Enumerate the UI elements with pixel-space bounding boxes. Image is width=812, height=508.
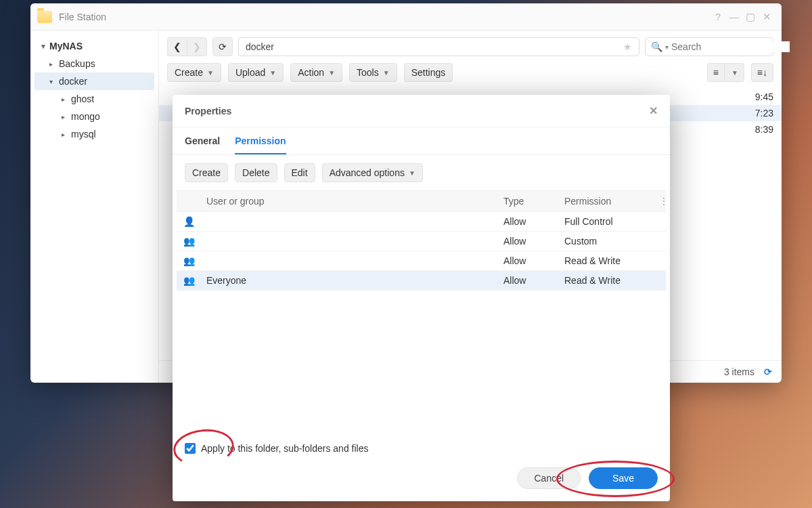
refresh-icon[interactable]: ⟳	[764, 366, 772, 377]
search-input[interactable]	[671, 41, 790, 52]
view-list-button[interactable]: ≡	[707, 63, 724, 82]
user-icon: 👤	[177, 212, 200, 231]
chevron-down-icon: ▼	[328, 69, 335, 77]
permission-row[interactable]: 👥 Allow Read & Write	[177, 251, 666, 271]
app-title: File Station	[59, 12, 106, 22]
tab-permission[interactable]: Permission	[235, 135, 286, 154]
permission-row[interactable]: 👥 Everyone Allow Read & Write	[177, 271, 666, 291]
chevron-down-icon: ▼	[383, 69, 390, 77]
settings-button[interactable]: Settings	[404, 63, 453, 82]
dialog-toolbar: Create Delete Edit Advanced options▼	[173, 155, 670, 190]
chevron-down-icon: ▼	[409, 169, 415, 177]
caret-right-icon: ▸	[49, 60, 56, 68]
sidebar-item-label: mysql	[71, 129, 96, 140]
action-toolbar: Create▼ Upload▼ Action▼ Tools▼ Settings …	[159, 63, 782, 89]
user-cell	[200, 232, 497, 251]
user-cell	[200, 251, 497, 270]
permission-table: User or group Type Permission ⋮ 👤 Allow …	[177, 190, 666, 291]
group-icon: 👥	[177, 251, 200, 270]
sidebar-item-docker[interactable]: ▾ docker	[35, 72, 154, 90]
col-permission[interactable]: Permission	[558, 191, 652, 211]
path-field[interactable]: docker ★	[238, 37, 639, 56]
sidebar: ▼ MyNAS ▸ Backups ▾ docker ▸ ghost ▸ mon…	[30, 30, 159, 383]
save-button[interactable]: Save	[589, 467, 658, 489]
type-cell: Allow	[497, 212, 558, 231]
tree-root[interactable]: ▼ MyNAS	[35, 37, 154, 55]
topbar: ❮ ❯ ⟳ docker ★ 🔍▾	[159, 30, 782, 63]
perm-cell: Custom	[558, 232, 652, 251]
sidebar-item-mongo[interactable]: ▸ mongo	[35, 108, 154, 125]
permission-row[interactable]: 👥 Allow Custom	[177, 232, 666, 251]
sidebar-item-mysql[interactable]: ▸ mysql	[35, 125, 154, 143]
nav-back-button[interactable]: ❮	[167, 37, 187, 56]
folder-icon	[37, 11, 52, 23]
column-options-icon[interactable]: ⋮	[652, 191, 666, 211]
close-window-icon[interactable]: ✕	[759, 11, 775, 23]
perm-cell: Read & Write	[558, 271, 652, 290]
search-box[interactable]: 🔍▾	[645, 37, 773, 56]
user-cell: Everyone	[200, 271, 497, 290]
perm-cell: Full Control	[558, 212, 652, 231]
caret-down-icon: ▼	[40, 43, 47, 50]
type-cell: Allow	[497, 251, 558, 270]
perm-cell: Read & Write	[558, 251, 652, 270]
star-icon[interactable]: ★	[623, 41, 632, 52]
perm-delete-button[interactable]: Delete	[235, 163, 277, 182]
action-button[interactable]: Action▼	[290, 63, 342, 82]
time-cell: 9:45	[755, 91, 773, 102]
group-icon: 👥	[177, 271, 200, 290]
col-user[interactable]: User or group	[200, 191, 497, 211]
apply-recursive-row[interactable]: Apply to this folder, sub-folders and fi…	[185, 443, 658, 454]
time-cell: 7:23	[755, 108, 773, 119]
table-header: User or group Type Permission ⋮	[177, 190, 666, 212]
dialog-title: Properties	[185, 106, 231, 117]
caret-right-icon: ▸	[62, 131, 68, 138]
permission-row[interactable]: 👤 Allow Full Control	[177, 212, 666, 232]
upload-button[interactable]: Upload▼	[228, 63, 284, 82]
apply-recursive-label: Apply to this folder, sub-folders and fi…	[201, 443, 368, 454]
item-count: 3 items	[724, 366, 754, 377]
chevron-down-icon: ▼	[207, 69, 214, 77]
sidebar-item-label: mongo	[71, 111, 100, 122]
cancel-button[interactable]: Cancel	[517, 467, 581, 489]
path-text: docker	[246, 41, 274, 52]
group-icon: 👥	[177, 232, 200, 251]
caret-right-icon: ▸	[62, 113, 68, 121]
nav-forward-button[interactable]: ❯	[187, 37, 207, 56]
tree-root-label: MyNAS	[49, 41, 83, 51]
sidebar-item-ghost[interactable]: ▸ ghost	[35, 90, 154, 108]
properties-dialog: Properties ✕ General Permission Create D…	[173, 95, 670, 501]
user-cell	[200, 212, 497, 231]
apply-recursive-checkbox[interactable]	[185, 443, 196, 454]
time-cell: 8:39	[755, 124, 773, 135]
sidebar-item-label: Backups	[59, 58, 95, 69]
dialog-header: Properties ✕	[173, 95, 670, 127]
sidebar-item-backups[interactable]: ▸ Backups	[35, 55, 154, 72]
sidebar-item-label: ghost	[71, 93, 94, 104]
sidebar-item-label: docker	[59, 76, 87, 87]
sort-button[interactable]: ≡↓	[751, 63, 773, 82]
perm-create-button[interactable]: Create	[185, 163, 228, 182]
create-button[interactable]: Create▼	[167, 63, 221, 82]
dialog-footer: Apply to this folder, sub-folders and fi…	[173, 433, 670, 501]
titlebar: File Station ? — ▢ ✕	[30, 3, 782, 30]
close-icon[interactable]: ✕	[649, 104, 658, 117]
search-icon: 🔍	[651, 41, 662, 52]
help-icon[interactable]: ?	[710, 11, 726, 22]
perm-edit-button[interactable]: Edit	[284, 163, 315, 182]
refresh-button[interactable]: ⟳	[212, 37, 233, 56]
minimize-icon[interactable]: —	[726, 11, 742, 22]
type-cell: Allow	[497, 271, 558, 290]
dialog-tabs: General Permission	[173, 127, 670, 155]
col-type[interactable]: Type	[497, 191, 558, 211]
perm-advanced-button[interactable]: Advanced options▼	[322, 163, 423, 182]
tab-general[interactable]: General	[185, 135, 220, 154]
caret-down-icon: ▾	[49, 78, 56, 85]
chevron-down-icon: ▾	[665, 43, 669, 51]
tools-button[interactable]: Tools▼	[349, 63, 397, 82]
maximize-icon[interactable]: ▢	[742, 11, 759, 23]
type-cell: Allow	[497, 232, 558, 251]
chevron-down-icon: ▼	[269, 69, 276, 77]
caret-right-icon: ▸	[62, 96, 68, 103]
view-options-button[interactable]: ▼	[724, 63, 744, 82]
